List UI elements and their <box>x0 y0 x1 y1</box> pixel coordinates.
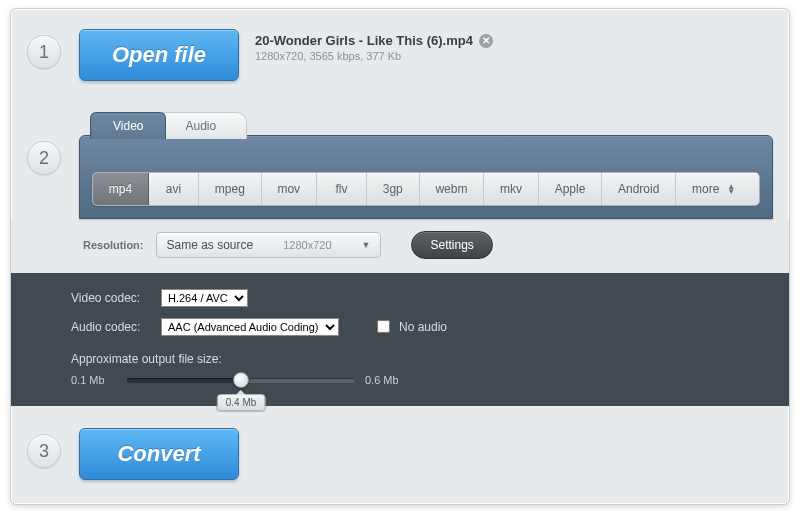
remove-file-icon[interactable]: ✕ <box>479 34 493 48</box>
step-3-row: 3 Convert <box>11 406 789 504</box>
audio-codec-select[interactable]: AAC (Advanced Audio Coding) <box>161 318 339 336</box>
advanced-settings-panel: Video codec: H.264 / AVC Audio codec: AA… <box>11 273 789 406</box>
video-codec-label: Video codec: <box>71 291 151 305</box>
tab-video[interactable]: Video <box>90 112 166 139</box>
file-meta: 20-Wonder Girls - Like This (6).mp4 ✕ 12… <box>255 29 493 62</box>
chevron-down-icon: ▼ <box>362 240 371 250</box>
file-info-text: 1280x720, 3565 kbps, 377 Kb <box>255 50 493 62</box>
format-mkv[interactable]: mkv <box>484 173 539 205</box>
resolution-dim: 1280x720 <box>283 239 331 251</box>
slider-track[interactable]: 0.4 Mb <box>127 378 355 383</box>
audio-codec-row: Audio codec: AAC (Advanced Audio Coding)… <box>71 317 769 336</box>
format-bar: mp4 avi mpeg mov flv 3gp webm mkv Apple … <box>92 172 760 206</box>
format-mov[interactable]: mov <box>262 173 317 205</box>
resolution-row: Resolution: Same as source 1280x720 ▼ Se… <box>11 219 789 273</box>
file-name-text: 20-Wonder Girls - Like This (6).mp4 <box>255 33 473 48</box>
file-name-row: 20-Wonder Girls - Like This (6).mp4 ✕ <box>255 33 493 48</box>
no-audio-checkbox[interactable] <box>377 320 390 333</box>
step-badge-2: 2 <box>27 141 61 175</box>
open-file-button[interactable]: Open file <box>79 29 239 81</box>
filesize-max: 0.6 Mb <box>365 374 411 386</box>
format-webm[interactable]: webm <box>420 173 485 205</box>
no-audio-label: No audio <box>399 320 447 334</box>
no-audio-option: No audio <box>373 317 447 336</box>
resolution-select[interactable]: Same as source 1280x720 ▼ <box>156 232 382 258</box>
step-badge-3: 3 <box>27 434 61 468</box>
filesize-slider: 0.1 Mb 0.4 Mb 0.6 Mb <box>71 374 411 386</box>
tabs: Video Audio <box>90 112 247 139</box>
updown-icon: ▲▼ <box>727 184 735 194</box>
format-flv[interactable]: flv <box>317 173 367 205</box>
step-1-row: 1 Open file 20-Wonder Girls - Like This … <box>11 9 789 101</box>
format-panel: Video Audio mp4 avi mpeg mov flv 3gp web… <box>79 135 773 219</box>
format-mp4[interactable]: mp4 <box>93 173 149 205</box>
format-3gp[interactable]: 3gp <box>367 173 420 205</box>
format-android[interactable]: Android <box>602 173 676 205</box>
resolution-value: Same as source <box>167 238 254 252</box>
convert-button[interactable]: Convert <box>79 428 239 480</box>
tab-audio[interactable]: Audio <box>162 112 247 139</box>
step-2-row: 2 Video Audio mp4 avi mpeg mov flv 3gp w… <box>11 101 789 219</box>
converter-app: 1 Open file 20-Wonder Girls - Like This … <box>10 8 790 505</box>
format-avi[interactable]: avi <box>149 173 199 205</box>
format-more[interactable]: more ▲▼ <box>676 173 759 205</box>
format-mpeg[interactable]: mpeg <box>199 173 262 205</box>
audio-codec-label: Audio codec: <box>71 320 151 334</box>
settings-button[interactable]: Settings <box>411 231 492 259</box>
filesize-min: 0.1 Mb <box>71 374 117 386</box>
resolution-label: Resolution: <box>83 239 144 251</box>
filesize-title: Approximate output file size: <box>71 352 769 366</box>
filesize-current: 0.4 Mb <box>217 394 266 411</box>
slider-thumb[interactable] <box>233 372 249 388</box>
video-codec-row: Video codec: H.264 / AVC <box>71 289 769 307</box>
format-more-label: more <box>692 182 719 196</box>
format-apple[interactable]: Apple <box>539 173 602 205</box>
video-codec-select[interactable]: H.264 / AVC <box>161 289 248 307</box>
step-badge-1: 1 <box>27 35 61 69</box>
